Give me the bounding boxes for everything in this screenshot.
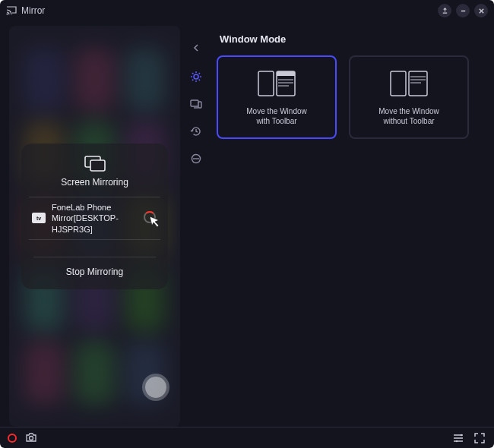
app-title: Mirror xyxy=(21,5,45,16)
history-icon[interactable] xyxy=(188,123,204,140)
stop-mirroring-button[interactable]: Stop Mirroring xyxy=(29,257,160,280)
minimize-button[interactable] xyxy=(456,4,470,17)
svg-rect-5 xyxy=(198,102,201,108)
svg-point-18 xyxy=(30,437,33,440)
card-label: Move the Window with Toolbar xyxy=(246,106,306,126)
window-mode-with-toolbar[interactable]: Move the Window with Toolbar xyxy=(217,55,337,139)
titlebar: Mirror xyxy=(0,0,494,21)
svg-rect-9 xyxy=(277,71,295,76)
device-icon[interactable] xyxy=(188,96,204,112)
main-area: Screen Mirroring tv FoneLab Phone Mirror… xyxy=(0,21,494,427)
device-connecting-status xyxy=(144,211,157,225)
airplay-overlay: Screen Mirroring tv FoneLab Phone Mirror… xyxy=(21,144,168,289)
screen-mirroring-icon xyxy=(84,156,106,172)
device-name: FoneLab Phone Mirror[DESKTOP-HJSPR3G] xyxy=(52,202,138,235)
device-row[interactable]: tv FoneLab Phone Mirror[DESKTOP-HJSPR3G] xyxy=(29,197,160,240)
overlay-title: Screen Mirroring xyxy=(61,177,128,188)
svg-rect-4 xyxy=(191,100,198,106)
svg-point-19 xyxy=(461,434,462,435)
assistive-touch-button[interactable] xyxy=(145,377,166,398)
panel-title: Window Mode xyxy=(217,33,480,45)
settings-panel: Window Mode Move the Wi xyxy=(212,26,485,427)
record-button[interactable] xyxy=(8,434,17,443)
svg-point-20 xyxy=(456,440,458,441)
brightness-icon[interactable] xyxy=(188,150,204,167)
fullscreen-button[interactable] xyxy=(473,431,486,445)
svg-rect-7 xyxy=(258,71,274,96)
svg-point-0 xyxy=(7,14,8,15)
svg-point-3 xyxy=(194,74,198,79)
cast-icon xyxy=(6,6,17,15)
window-mode-without-toolbar[interactable]: Move the Window without Toolbar xyxy=(349,55,469,139)
app-window: Mirror xyxy=(0,0,494,448)
screenshot-button[interactable] xyxy=(24,431,38,445)
svg-rect-2 xyxy=(90,160,105,171)
with-toolbar-illustration xyxy=(250,68,303,99)
without-toolbar-illustration xyxy=(382,68,435,99)
phone-preview: Screen Mirroring tv FoneLab Phone Mirror… xyxy=(9,26,180,427)
cursor-icon xyxy=(148,216,160,229)
bottom-bar xyxy=(0,427,494,448)
settings-icon[interactable] xyxy=(188,68,204,85)
card-label: Move the Window without Toolbar xyxy=(378,106,439,126)
close-button[interactable] xyxy=(474,4,488,17)
list-view-button[interactable] xyxy=(451,431,465,445)
svg-rect-13 xyxy=(391,71,406,96)
appletv-icon: tv xyxy=(32,213,46,223)
pin-button[interactable] xyxy=(438,4,451,17)
settings-rail xyxy=(186,26,206,427)
svg-rect-14 xyxy=(409,71,427,96)
collapse-rail-button[interactable] xyxy=(188,39,204,56)
